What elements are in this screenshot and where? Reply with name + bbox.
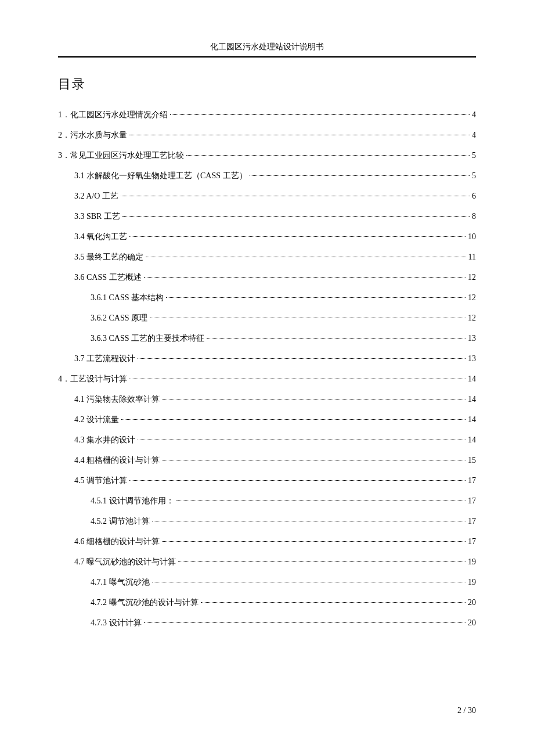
toc-dots	[201, 602, 466, 603]
toc-dots	[178, 561, 466, 562]
toc-entry-page: 12	[468, 287, 476, 308]
toc-entry-label: 4.5 调节池计算	[74, 470, 127, 491]
toc-dots	[150, 318, 466, 318]
toc-entry-label: 4.5.2 调节池计算	[91, 511, 150, 531]
toc-entry-page: 19	[468, 552, 476, 572]
toc-dots	[176, 501, 466, 501]
toc-entry[interactable]: 3.4 氧化沟工艺10	[58, 226, 476, 247]
toc-entry-label: 4.3 集水井的设计	[74, 430, 135, 450]
toc-entry-label: 4.5.1 设计调节池作用：	[91, 491, 174, 511]
toc-entry-page: 14	[468, 389, 476, 409]
toc-entry[interactable]: 4.7.3 设计计算20	[58, 613, 476, 633]
toc-entry[interactable]: 4.5 调节池计算17	[58, 470, 476, 491]
toc-entry[interactable]: 4.5.2 调节池计算17	[58, 511, 476, 531]
toc-entry[interactable]: 4.4 粗格栅的设计与计算15	[58, 450, 476, 470]
toc-entry-page: 14	[468, 409, 476, 430]
toc-entry-label: 4.7.1 曝气沉砂池	[91, 572, 150, 592]
toc-entry-page: 6	[472, 186, 476, 206]
page-number: 2 / 30	[457, 706, 476, 715]
toc-title: 目录	[58, 75, 476, 93]
toc-entry[interactable]: 4．工艺设计与计算14	[58, 369, 476, 389]
toc-entry-label: 3.5 最终工艺的确定	[74, 247, 143, 267]
toc-entry[interactable]: 3.1 水解酸化一好氧生物处理工艺（CASS 工艺）5	[58, 165, 476, 186]
toc-entry-label: 4.4 粗格栅的设计与计算	[74, 450, 160, 470]
toc-entry-label: 3.3 SBR 工艺	[74, 206, 120, 226]
toc-entry[interactable]: 3.6.3 CASS 工艺的主要技术特征13	[58, 328, 476, 348]
toc-entry-label: 3.6.1 CASS 基本结构	[91, 287, 164, 308]
toc-entry[interactable]: 3.7 工艺流程设计13	[58, 348, 476, 369]
toc-entry-page: 4	[472, 125, 476, 145]
toc-entry[interactable]: 3．常见工业园区污水处理工艺比较5	[58, 145, 476, 165]
toc-entry-label: 4.6 细格栅的设计与计算	[74, 531, 160, 552]
toc-entry[interactable]: 3.2 A/O 工艺6	[58, 186, 476, 206]
toc-entry-label: 3.6 CASS 工艺概述	[74, 267, 142, 287]
toc-dots	[122, 216, 470, 217]
toc-entry-label: 4.2 设计流量	[74, 409, 119, 430]
toc-dots	[207, 338, 466, 339]
toc-dots	[152, 582, 466, 582]
toc-entry-page: 19	[468, 572, 476, 592]
toc-dots	[129, 379, 466, 379]
toc-dots	[144, 622, 466, 623]
toc-dots	[152, 521, 466, 521]
header-underline-2	[58, 57, 476, 58]
toc-entry-page: 5	[472, 145, 476, 165]
toc-dots	[138, 440, 466, 440]
toc-entry-label: 3.6.3 CASS 工艺的主要技术特征	[91, 328, 204, 348]
toc-entry-page: 12	[468, 308, 476, 328]
toc-entry-label: 3.6.2 CASS 原理	[91, 308, 147, 328]
toc-entry[interactable]: 3.6.2 CASS 原理12	[58, 308, 476, 328]
toc-entry-label: 4．工艺设计与计算	[58, 369, 127, 389]
toc-entry-page: 13	[468, 328, 476, 348]
toc-entry[interactable]: 3.6 CASS 工艺概述12	[58, 267, 476, 287]
toc-entry-page: 17	[468, 491, 476, 511]
toc-dots	[144, 277, 466, 278]
toc-list: 1．化工园区污水处理情况介绍42．污水水质与水量43．常见工业园区污水处理工艺比…	[58, 105, 476, 633]
toc-entry-page: 13	[468, 348, 476, 369]
toc-entry-label: 2．污水水质与水量	[58, 125, 127, 145]
toc-dots	[146, 257, 466, 257]
toc-entry-label: 3.7 工艺流程设计	[74, 348, 135, 369]
toc-entry-label: 3.2 A/O 工艺	[74, 186, 118, 206]
toc-entry-page: 17	[468, 470, 476, 491]
page-header: 化工园区污水处理站设计说明书	[58, 42, 476, 55]
toc-dots	[170, 114, 470, 115]
toc-entry[interactable]: 4.7.2 曝气沉砂池的设计与计算20	[58, 592, 476, 613]
toc-entry[interactable]: 4.6 细格栅的设计与计算17	[58, 531, 476, 552]
toc-dots	[121, 196, 470, 196]
toc-entry-page: 20	[468, 592, 476, 613]
toc-entry-page: 12	[468, 267, 476, 287]
toc-entry-label: 4.7.2 曝气沉砂池的设计与计算	[91, 592, 199, 613]
toc-dots	[162, 460, 466, 460]
toc-entry-page: 5	[472, 165, 476, 186]
toc-entry[interactable]: 3.6.1 CASS 基本结构12	[58, 287, 476, 308]
toc-entry-page: 20	[468, 613, 476, 633]
toc-entry[interactable]: 4.3 集水井的设计14	[58, 430, 476, 450]
toc-entry-label: 3.4 氧化沟工艺	[74, 226, 127, 247]
toc-entry[interactable]: 4.5.1 设计调节池作用：17	[58, 491, 476, 511]
toc-entry[interactable]: 4.2 设计流量14	[58, 409, 476, 430]
toc-entry[interactable]: 4.7 曝气沉砂池的设计与计算19	[58, 552, 476, 572]
document-page: 化工园区污水处理站设计说明书 目录 1．化工园区污水处理情况介绍42．污水水质与…	[0, 0, 534, 668]
header-title: 化工园区污水处理站设计说明书	[210, 42, 324, 51]
toc-entry[interactable]: 3.3 SBR 工艺8	[58, 206, 476, 226]
toc-entry-page: 17	[468, 531, 476, 552]
toc-entry-page: 14	[468, 369, 476, 389]
toc-entry[interactable]: 2．污水水质与水量4	[58, 125, 476, 145]
toc-entry-label: 4.7 曝气沉砂池的设计与计算	[74, 552, 176, 572]
toc-dots	[250, 175, 470, 176]
toc-dots	[186, 155, 470, 156]
toc-entry[interactable]: 3.5 最终工艺的确定11	[58, 247, 476, 267]
toc-entry[interactable]: 4.1 污染物去除效率计算14	[58, 389, 476, 409]
toc-entry[interactable]: 4.7.1 曝气沉砂池19	[58, 572, 476, 592]
toc-dots	[121, 419, 466, 420]
toc-entry-label: 4.7.3 设计计算	[91, 613, 142, 633]
toc-entry-label: 3．常见工业园区污水处理工艺比较	[58, 145, 184, 165]
page-footer: 2 / 30	[457, 706, 476, 715]
toc-entry-page: 14	[468, 430, 476, 450]
toc-entry-page: 17	[468, 511, 476, 531]
toc-entry-label: 3.1 水解酸化一好氧生物处理工艺（CASS 工艺）	[74, 165, 247, 186]
toc-entry[interactable]: 1．化工园区污水处理情况介绍4	[58, 105, 476, 125]
toc-entry-label: 1．化工园区污水处理情况介绍	[58, 105, 168, 125]
toc-dots	[129, 480, 466, 481]
